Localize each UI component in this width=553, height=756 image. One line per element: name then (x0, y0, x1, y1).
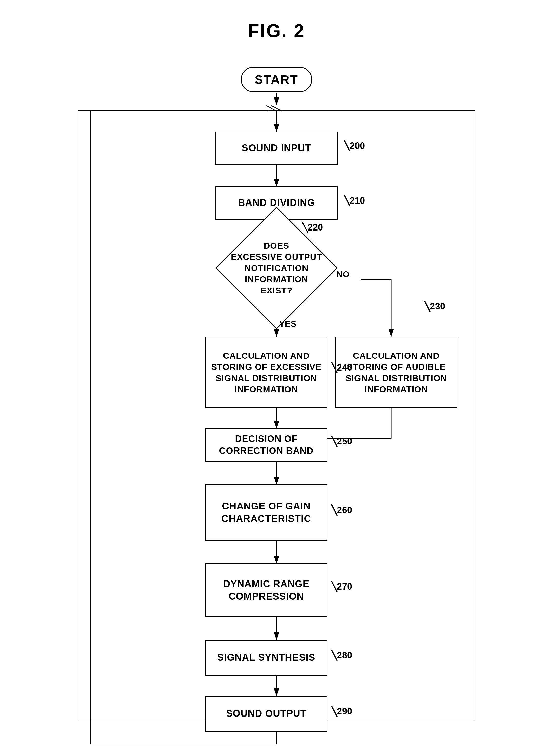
flowchart: START SOUND INPUT ╲200 BAND DIVIDING ╲21… (47, 57, 506, 744)
ref-260: ╲260 (331, 505, 352, 515)
page-title: FIG. 2 (248, 20, 305, 41)
dynamic-range-box: DYNAMIC RANGE COMPRESSION (205, 563, 327, 617)
ref-210: ╲210 (344, 195, 365, 206)
ref-220: ╲220 (302, 222, 323, 233)
ref-270: ╲270 (331, 581, 352, 592)
ref-200-tick: ╲200 (344, 140, 365, 151)
ref-230: ╲230 (424, 301, 445, 312)
change-gain-box: CHANGE OF GAIN CHARACTERISTIC (205, 484, 327, 541)
decision-diamond: DOES EXCESSIVE OUTPUT NOTIFICATION INFOR… (192, 219, 361, 316)
ref-250: ╲250 (331, 436, 352, 447)
signal-synthesis-box: SIGNAL SYNTHESIS (205, 640, 327, 675)
start-node: START (241, 67, 312, 92)
decision-correction-box: DECISION OF CORRECTION BAND (205, 429, 327, 462)
ref-280: ╲280 (331, 650, 352, 661)
ref-240: ╲240 (331, 362, 352, 373)
no-label: NO (336, 269, 349, 279)
calc-excessive-box: CALCULATION AND STORING OF EXCESSIVE SIG… (205, 337, 327, 408)
ref-290: ╲290 (331, 706, 352, 717)
ref-200: ╲200 (344, 140, 365, 151)
sound-input-box: SOUND INPUT (215, 132, 338, 165)
sound-output-box: SOUND OUTPUT (205, 696, 327, 732)
yes-label: YES (279, 319, 296, 329)
calc-audible-box: CALCULATION AND STORING OF AUDIBLE SIGNA… (335, 337, 458, 408)
